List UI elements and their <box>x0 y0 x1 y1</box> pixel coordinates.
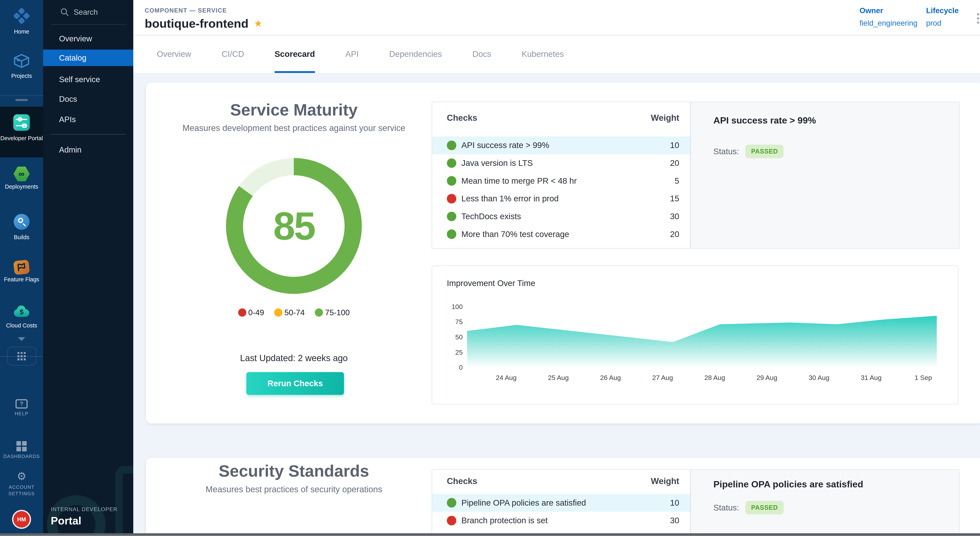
scorecard-content: Service Maturity Measures development be… <box>133 73 980 536</box>
sidenav-search[interactable]: Search <box>43 5 133 19</box>
rerun-checks-button[interactable]: Rerun Checks <box>247 372 344 395</box>
rail-item-help[interactable]: ? HELP <box>0 396 43 417</box>
cube-icon <box>13 53 30 68</box>
check-weight: 20 <box>670 229 679 239</box>
check-row[interactable]: Pipeline OPA policies are satisfied 10 <box>432 494 690 512</box>
infinity-hexagon-icon: ∞ <box>13 166 30 181</box>
tab-api[interactable]: API <box>345 35 359 73</box>
check-row[interactable]: Mean time to merge PR < 48 hr 5 <box>432 172 690 190</box>
owner-value[interactable]: field_engineering <box>859 19 929 27</box>
tab-cicd[interactable]: CI/CD <box>222 35 244 73</box>
check-status-icon <box>447 229 457 239</box>
check-status-icon <box>447 176 457 186</box>
service-maturity-card: Service Maturity Measures development be… <box>146 83 980 423</box>
security-checks-table: Checks Weight Pipeline OPA policies are … <box>431 469 690 536</box>
tab-scorecard[interactable]: Scorecard <box>275 35 315 73</box>
rail-item-home[interactable]: Home <box>0 8 43 35</box>
checks-rows: API success rate > 99% 10 Java version i… <box>432 137 690 243</box>
sidenav-item-apis[interactable]: APIs <box>43 111 133 128</box>
rail-item-projects[interactable]: Projects <box>0 53 43 79</box>
chevron-down-icon[interactable] <box>18 337 25 341</box>
owner-link[interactable]: Owner field_engineering <box>859 6 929 27</box>
sidenav-item-overview[interactable]: Overview <box>43 30 133 47</box>
breadcrumb: COMPONENT — SERVICE <box>145 7 227 14</box>
legend-item-low: 0-49 <box>238 308 264 317</box>
check-row[interactable]: Branch protection is set 30 <box>432 512 690 530</box>
rail-item-builds[interactable]: Builds <box>0 214 43 240</box>
legend-dot-green <box>315 309 323 317</box>
lifecycle-value[interactable]: prod <box>926 19 980 27</box>
check-weight: 20 <box>670 158 679 168</box>
rail-label: Deployments <box>0 183 43 190</box>
scorecard-title: Security Standards <box>146 461 442 480</box>
check-weight: 15 <box>670 194 679 203</box>
sidenav-item-admin[interactable]: Admin <box>43 142 133 158</box>
rail-item-dashboards[interactable]: DASHBOARDS <box>0 436 43 460</box>
check-row[interactable]: More than 70% test coverage 20 <box>432 225 690 243</box>
entity-header: COMPONENT — SERVICE boutique-frontend ★ … <box>133 0 980 35</box>
rail-item-deployments[interactable]: ∞ Deployments <box>0 166 43 190</box>
tab-dependencies[interactable]: Dependencies <box>389 35 442 73</box>
y-axis-tick: 75 <box>444 318 463 326</box>
x-axis-tick: 25 Aug <box>541 374 576 382</box>
y-axis-tick: 0 <box>444 364 463 371</box>
tab-docs[interactable]: Docs <box>473 35 491 73</box>
status-badge: PASSED <box>745 145 784 158</box>
check-row[interactable]: Less than 1% error in prod 15 <box>432 190 690 208</box>
tab-kubernetes[interactable]: Kubernetes <box>522 35 564 73</box>
rail-label: HELP <box>0 410 43 417</box>
check-weight: 5 <box>675 176 679 186</box>
score-legend: 0-49 50-74 75-100 <box>146 308 442 317</box>
rail-label: Developer Portal <box>0 135 43 142</box>
check-weight: 30 <box>670 212 679 221</box>
check-label: Java version is LTS <box>461 158 670 168</box>
maturity-score-donut: 85 <box>226 158 362 294</box>
tab-overview[interactable]: Overview <box>157 35 191 73</box>
more-options-icon[interactable] <box>972 10 980 27</box>
check-status-icon <box>447 141 457 150</box>
check-weight: 10 <box>670 498 679 507</box>
check-weight: 10 <box>670 141 679 150</box>
checks-column-header: Checks <box>447 113 477 123</box>
rail-item-account-settings[interactable]: ⚙ ACCOUNT SETTINGS <box>0 471 43 497</box>
owner-label: Owner <box>859 6 929 15</box>
sidenav-footer: INTERNAL DEVELOPER Portal <box>51 506 118 527</box>
check-label: Less than 1% error in prod <box>461 194 670 203</box>
x-axis-tick: 1 Sep <box>906 374 940 382</box>
rail-item-feature-flags[interactable]: Feature Flags <box>0 260 43 283</box>
user-avatar[interactable]: HM <box>13 511 30 528</box>
rail-divider <box>0 95 43 96</box>
footer-kicker: INTERNAL DEVELOPER <box>51 506 118 512</box>
x-axis-tick: 29 Aug <box>750 374 784 382</box>
checks-column-header: Checks <box>447 476 477 486</box>
check-row[interactable]: Java version is LTS 20 <box>432 154 690 172</box>
rail-resize-handle[interactable] <box>15 99 28 101</box>
legend-item-mid: 50-74 <box>274 308 305 317</box>
check-status-icon <box>447 212 457 221</box>
check-row[interactable]: API success rate > 99% 10 <box>432 137 690 154</box>
sidenav-item-docs[interactable]: Docs <box>43 91 133 107</box>
lifecycle-link[interactable]: Lifecycle prod <box>926 6 980 27</box>
last-updated-text: Last Updated: 2 weeks ago <box>146 353 442 363</box>
sidenav-divider <box>51 24 126 25</box>
favorite-star-icon[interactable]: ★ <box>254 18 262 29</box>
rail-item-cloud-costs[interactable]: $ Cloud Costs <box>0 305 43 329</box>
x-axis-tick: 24 Aug <box>489 374 523 382</box>
check-row[interactable]: TechDocs exists 30 <box>432 208 690 226</box>
sidenav-item-catalog[interactable]: Catalog <box>43 49 133 66</box>
dashboards-grid-icon <box>16 441 27 451</box>
status-label: Status: <box>713 503 739 512</box>
page-title: boutique-frontend <box>145 16 248 30</box>
weight-column-header: Weight <box>651 113 679 123</box>
module-switcher-button[interactable] <box>7 347 36 366</box>
detail-title: Pipeline OPA policies are satisfied <box>691 470 959 489</box>
harness-logo-icon <box>13 8 30 24</box>
x-axis-tick: 26 Aug <box>593 374 628 382</box>
search-icon <box>60 8 68 16</box>
security-standards-card: Security Standards Measures best practic… <box>146 458 980 536</box>
improvement-area-chart <box>467 307 937 367</box>
rail-label: ACCOUNT SETTINGS <box>3 484 41 497</box>
rail-label: Cloud Costs <box>0 322 43 329</box>
rail-item-developer-portal[interactable]: Developer Portal <box>0 114 43 142</box>
sidenav-item-self-service[interactable]: Self service <box>43 71 133 87</box>
